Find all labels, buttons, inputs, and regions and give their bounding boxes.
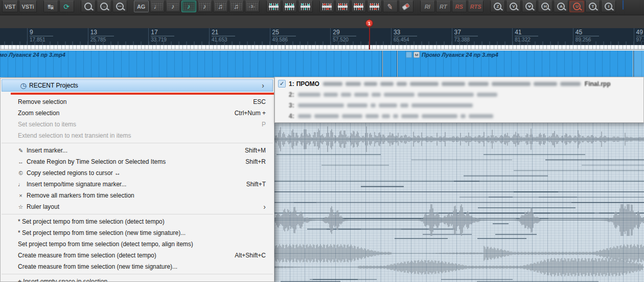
menu-item-insert-marker[interactable]: ✎Insert marker...Shift+M bbox=[1, 145, 274, 156]
automation-button-3[interactable] bbox=[351, 1, 366, 12]
track-area[interactable]: Промо Луганск 24 пр 3.mp4 M Промо Луганс… bbox=[0, 50, 644, 78]
envelope-button-1[interactable] bbox=[266, 1, 281, 12]
redacted-text-bar bbox=[347, 103, 367, 107]
measure-time: 97.190 bbox=[636, 36, 644, 42]
grid-note-button-5[interactable]: ♫ bbox=[213, 1, 228, 12]
menu-item-set-tempo-new-sig[interactable]: * Set project tempo from time selection … bbox=[1, 227, 274, 238]
context-menu: ◷RECENT Projects›Remove selectionESCZoom… bbox=[0, 78, 274, 282]
grid-note-active-button[interactable]: ♪ bbox=[181, 1, 196, 12]
note-icon: ♪ bbox=[171, 3, 175, 10]
menu-item-recent-projects[interactable]: ◷RECENT Projects› bbox=[2, 79, 273, 92]
arrange-background[interactable] bbox=[274, 123, 644, 282]
grid-quarter-note-button[interactable]: ♩ bbox=[150, 1, 165, 12]
redacted-text-bar bbox=[380, 82, 394, 86]
fader-icon bbox=[269, 3, 278, 10]
magnifier-icon bbox=[84, 3, 92, 10]
zoom-v2-button[interactable]: V bbox=[522, 1, 537, 12]
recent-project-item[interactable]: ✓1:ПРОМОFinal.rpp bbox=[275, 78, 643, 89]
menu-item-copy-regions[interactable]: ©Copy selected regions to cursor ↔ bbox=[1, 167, 274, 179]
rts-button[interactable]: RTS bbox=[468, 1, 484, 12]
ruler-measure: 917.851 bbox=[27, 28, 53, 45]
menu-item-remove-selection[interactable]: Remove selectionESC bbox=[1, 96, 274, 107]
menu-item-insert-tempo-marker[interactable]: ♩Insert tempo/time signature marker...Sh… bbox=[1, 179, 274, 190]
redacted-text-bar bbox=[372, 93, 381, 97]
zoom-t-button[interactable]: T bbox=[585, 1, 600, 12]
zoom-selection-button[interactable]: → bbox=[97, 1, 111, 12]
pencil-tool-button[interactable]: ✎ bbox=[383, 1, 398, 12]
envelope-button-2[interactable] bbox=[282, 1, 297, 12]
fader-icon bbox=[354, 3, 363, 10]
automation-button-4[interactable] bbox=[367, 1, 382, 12]
vsti-button[interactable]: VSTi bbox=[19, 1, 36, 12]
recent-project-item[interactable]: 3: bbox=[275, 100, 643, 111]
zoom-u-button[interactable]: U bbox=[569, 1, 584, 12]
loop-toggle-button[interactable]: ⟳ bbox=[59, 1, 74, 12]
eraser-tool-button[interactable] bbox=[399, 1, 413, 12]
adaptive-grid-button[interactable]: AG bbox=[134, 1, 149, 12]
redacted-text-bar bbox=[410, 82, 439, 86]
recent-project-number: 4: bbox=[289, 113, 294, 120]
pencil-tool-button-glyph: ✎ bbox=[386, 2, 394, 11]
partial-toolbar-icon[interactable] bbox=[623, 1, 624, 10]
zoom-out-button[interactable] bbox=[81, 1, 96, 12]
vst-button[interactable]: VST bbox=[2, 1, 18, 12]
timeline-ruler[interactable]: 917.8511325.7851733.7192141.6532549.5862… bbox=[0, 28, 644, 45]
lock-badge[interactable] bbox=[406, 52, 412, 58]
menu-item-label: Set selection to items bbox=[18, 121, 76, 128]
measure-number: 29 bbox=[333, 28, 356, 36]
ruler-measure: 1733.719 bbox=[148, 28, 174, 45]
item-edge-tool-button[interactable]: ↹ bbox=[43, 1, 58, 12]
menu-item-extend-selection: Extend selection to next transient in it… bbox=[1, 130, 274, 141]
grid-eighth-note-button[interactable]: ♪ bbox=[166, 1, 180, 12]
zoom-h-button[interactable]: H bbox=[538, 1, 553, 12]
menu-item-set-tempo-align[interactable]: Set project tempo from time selection (d… bbox=[1, 238, 274, 250]
ruler-measure: 4997.190 bbox=[634, 28, 644, 45]
toolbar-group: ↹⟳ bbox=[43, 1, 74, 12]
note-icon: ♫ bbox=[234, 3, 239, 10]
mute-badge[interactable]: M bbox=[413, 52, 420, 58]
beat-tick-strip[interactable] bbox=[0, 45, 644, 50]
magnifier-icon: I bbox=[605, 3, 612, 10]
zoom-i-button[interactable]: I bbox=[601, 1, 616, 12]
redacted-text-bar bbox=[298, 114, 311, 118]
media-item-left[interactable]: Промо Луганск 24 пр 3.mp4 bbox=[0, 51, 382, 77]
grid-note-button-4[interactable]: ♪ bbox=[197, 1, 212, 12]
menu-item-zoom-selection[interactable]: Zoom selectionCtrl+Num + bbox=[1, 107, 274, 119]
media-item-mid[interactable] bbox=[383, 51, 397, 77]
menu-item-create-measure-detect[interactable]: Create measure from time selection (dete… bbox=[1, 250, 274, 261]
menu-item-remove-all-markers[interactable]: ×Remove all markers from time selection bbox=[1, 190, 274, 201]
measure-number: 21 bbox=[212, 28, 235, 36]
media-item-far-right[interactable] bbox=[633, 51, 644, 77]
envelope-button-3[interactable] bbox=[298, 1, 313, 12]
menu-item-insert-empty-space[interactable]: + Insert empty space in selection bbox=[1, 276, 274, 282]
note-icon: -3- bbox=[249, 4, 256, 9]
recent-project-item[interactable]: 2: bbox=[275, 89, 643, 100]
media-item-right[interactable]: M Промо Луганск 24 пр 3.mp4 bbox=[398, 51, 633, 77]
zoom-z-button[interactable]: Z bbox=[490, 1, 505, 12]
zoom-v-button[interactable]: V bbox=[506, 1, 521, 12]
reaper-window: VSTVSTi↹⟳→⋯AG♩♪♪♪♫♫-3-✎RIRTRSRTSZVVHAUTI… bbox=[0, 0, 644, 282]
toolbar-group: RIRTRSRTS bbox=[420, 1, 484, 12]
ruler-measure: 3773.388 bbox=[452, 28, 478, 45]
note-icon: ♪ bbox=[187, 3, 191, 10]
rs-button[interactable]: RS bbox=[452, 1, 467, 12]
grid-note-button-6[interactable]: ♫ bbox=[229, 1, 244, 12]
redacted-text-bar bbox=[382, 114, 390, 118]
menu-item-create-measure-new-sig[interactable]: Create measure from time selection (new … bbox=[1, 261, 274, 272]
menu-item-ruler-layout[interactable]: ☆Ruler layout› bbox=[1, 201, 274, 212]
menu-item-set-tempo-detect[interactable]: * Set project tempo from time selection … bbox=[1, 216, 274, 227]
zoom-grid-button[interactable]: ⋯ bbox=[112, 1, 127, 12]
ri-button[interactable]: RI bbox=[420, 1, 435, 12]
automation-button-2[interactable] bbox=[335, 1, 350, 12]
menu-item-create-region[interactable]: ↔Create Region by Time Selection or Sele… bbox=[1, 156, 274, 167]
toolbar-group: →⋯ bbox=[81, 1, 127, 12]
automation-button-1[interactable] bbox=[319, 1, 334, 12]
menu-item-label: * Set project tempo from time selection … bbox=[18, 229, 186, 236]
grid-triplet-button[interactable]: -3- bbox=[245, 1, 260, 12]
rt-button[interactable]: RT bbox=[436, 1, 451, 12]
marker-1-flag[interactable]: 1 bbox=[365, 19, 373, 27]
measure-time: 17.851 bbox=[30, 36, 53, 42]
zoom-a-button[interactable]: A bbox=[554, 1, 568, 12]
recent-project-item[interactable]: 4: bbox=[275, 111, 643, 121]
menu-item-icon: ✎ bbox=[17, 147, 25, 154]
